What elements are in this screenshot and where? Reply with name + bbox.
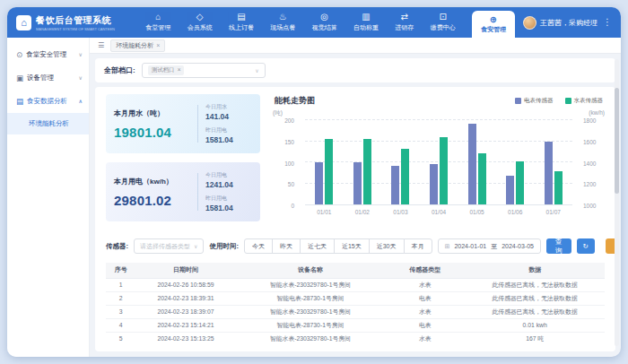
table-cell: 此传感器已离线，无法获取数据 — [465, 291, 605, 305]
table-cell: 水表 — [385, 305, 465, 318]
nav-item[interactable]: 会员系统 — [188, 13, 213, 32]
legend-item[interactable]: 电表传感器 — [515, 97, 554, 105]
avatar — [523, 16, 536, 30]
electric-bar — [391, 166, 399, 204]
chevron-down-icon — [79, 52, 83, 57]
water-yesterday-label: 昨日用电 — [205, 126, 252, 134]
chevron-down-icon — [255, 68, 258, 74]
date-range-picker[interactable]: 2024-01-01 至 2024-03-05 — [438, 238, 542, 254]
range-thismonth-button[interactable]: 本月 — [404, 238, 432, 254]
table-header-row: 序号日期时间设备名称传感器类型数据 — [106, 263, 605, 278]
sidebar-item-label: 设备管理 — [27, 74, 75, 82]
user-menu[interactable]: 王茜茜，采购经理 — [515, 16, 621, 30]
collapse-menu-icon[interactable] — [98, 42, 104, 49]
app-logo: 餐饮后台管理系统 MANAGEMENT SYSTEM OF SMART CANT… — [7, 14, 129, 31]
table-row[interactable]: 52024-02-23 15:13:25智能水表-230329780-1号房间水… — [106, 332, 605, 344]
table-row[interactable]: 12024-02-26 10:58:59智能水表-230329780-1号房间水… — [106, 278, 605, 291]
bar-group — [420, 120, 458, 204]
nav-item-label: 视觉结算 — [312, 23, 337, 32]
range-today-button[interactable]: 今天 — [244, 238, 273, 254]
legend-label: 水表传感器 — [574, 97, 604, 105]
quick-range-group: 今天昨天近七天近15天近30天本月 — [244, 238, 432, 254]
time-label: 使用时间: — [209, 242, 239, 251]
tag-close-icon[interactable] — [178, 67, 181, 74]
chevron-down-icon — [194, 244, 197, 249]
scrollbar[interactable] — [615, 59, 619, 346]
nav-item[interactable]: 进销存 — [395, 13, 414, 32]
nav-item[interactable]: 线上订餐 — [229, 13, 254, 32]
water-bar — [440, 137, 448, 204]
payment-icon — [439, 13, 446, 22]
table-cell: 2024-02-23 15:13:25 — [135, 332, 235, 344]
table-cell: 水表 — [385, 332, 465, 344]
y-axis-tick-left: 100 — [284, 160, 294, 166]
table-cell: 3 — [106, 305, 135, 318]
nav-item[interactable]: 视觉结算 — [312, 13, 337, 32]
water-bar — [554, 171, 563, 204]
water-bar — [363, 139, 371, 204]
nav-item-label: 缴费中心 — [431, 23, 456, 32]
auto-weigh-icon — [362, 13, 370, 22]
chevron-up-icon — [79, 99, 83, 104]
range-last7-button[interactable]: 近七天 — [300, 238, 335, 254]
sensor-select-placeholder: 请选择传感器类型 — [140, 242, 190, 251]
table-cell: 4 — [106, 318, 135, 332]
table-cell: 2024-02-23 18:39:07 — [135, 305, 235, 318]
data-table-wrap: 序号日期时间设备名称传感器类型数据12024-02-26 10:58:59智能水… — [106, 263, 605, 344]
stall-tag-label: 测试档口 — [152, 66, 175, 74]
range-last15-button[interactable]: 近15天 — [334, 238, 370, 254]
range-last30-button[interactable]: 近30天 — [369, 238, 405, 254]
nav-item-food-safety[interactable]: 食安管理 — [472, 11, 515, 38]
user-name: 王茜茜，采购经理 — [540, 18, 597, 28]
nav-item[interactable]: 现场点餐 — [270, 13, 295, 32]
close-icon[interactable] — [156, 42, 160, 48]
sensor-type-select[interactable]: 请选择传感器类型 — [134, 238, 204, 254]
table-row[interactable]: 32024-02-23 18:39:07智能水表-230329780-1号房间水… — [106, 305, 605, 318]
tab-env-energy-analysis[interactable]: 环境能耗分析 — [110, 39, 165, 52]
nav-item[interactable]: 食堂管理 — [145, 13, 170, 32]
range-yesterday-button[interactable]: 昨天 — [272, 238, 301, 254]
refresh-button[interactable] — [577, 238, 595, 254]
table-cell: 电表 — [385, 291, 465, 305]
power-card-title: 本月用电（kw/h） — [114, 177, 190, 186]
stall-select[interactable]: 测试档口 — [142, 63, 266, 78]
electric-bar — [430, 164, 438, 204]
data-table: 序号日期时间设备名称传感器类型数据12024-02-26 10:58:59智能水… — [106, 263, 605, 344]
main-panel: 本月用水（吨） 19801.04 今日用水 141.04 昨日用电 — [95, 87, 615, 351]
date-end: 2024-03-05 — [502, 243, 534, 249]
sidebar-item[interactable]: 食堂安全管理 — [7, 43, 89, 66]
search-button[interactable]: 查询 — [546, 238, 571, 254]
table-cell: 2 — [106, 291, 135, 305]
x-axis-label: 01/05 — [458, 206, 496, 217]
online-order-icon — [237, 13, 245, 22]
y-axis-tick-left: 0 — [291, 203, 294, 209]
sidebar-subitem[interactable]: 环境能耗分析 — [7, 113, 89, 134]
sidebar-item[interactable]: 设备管理 — [7, 66, 89, 90]
table-cell: 5 — [106, 332, 135, 344]
sidebar-item[interactable]: 食安数据分析 — [7, 90, 89, 113]
scrollbar-thumb[interactable] — [615, 88, 619, 194]
nav-item[interactable]: 缴费中心 — [431, 13, 456, 32]
electric-bar — [545, 142, 553, 205]
kebab-menu-icon[interactable] — [603, 18, 612, 27]
legend-item[interactable]: 水表传感器 — [565, 97, 604, 105]
power-yesterday-label: 昨日用电 — [205, 195, 252, 203]
table-cell: 智能水表-230329780-1号房间 — [236, 305, 386, 318]
dine-in-icon — [279, 13, 287, 22]
top-navbar: 餐饮后台管理系统 MANAGEMENT SYSTEM OF SMART CANT… — [7, 7, 621, 38]
table-cell: 167 吨 — [465, 332, 605, 344]
y-axis-tick-right: 1400 — [583, 160, 596, 166]
table-row[interactable]: 22024-02-23 18:39:31智能电表-28730-1号房间电表此传感… — [106, 291, 605, 305]
table-header-cell: 设备名称 — [236, 263, 386, 278]
divider — [197, 173, 198, 211]
left-axis-ticks: 050100150200 — [273, 120, 301, 205]
table-cell: 此传感器已离线，无法获取数据 — [465, 305, 605, 318]
x-axis-label: 01/03 — [381, 206, 420, 217]
nav-item-label: 会员系统 — [188, 23, 213, 32]
water-month-card: 本月用水（吨） 19801.04 今日用水 141.04 昨日用电 — [106, 94, 260, 153]
device-icon — [16, 74, 23, 82]
table-row[interactable]: 42024-02-23 15:14:21智能电表-28730-1号房间电表0.0… — [106, 318, 605, 332]
member-icon — [196, 13, 204, 22]
electric-bar — [468, 124, 476, 204]
nav-item[interactable]: 自动称重 — [353, 13, 379, 32]
